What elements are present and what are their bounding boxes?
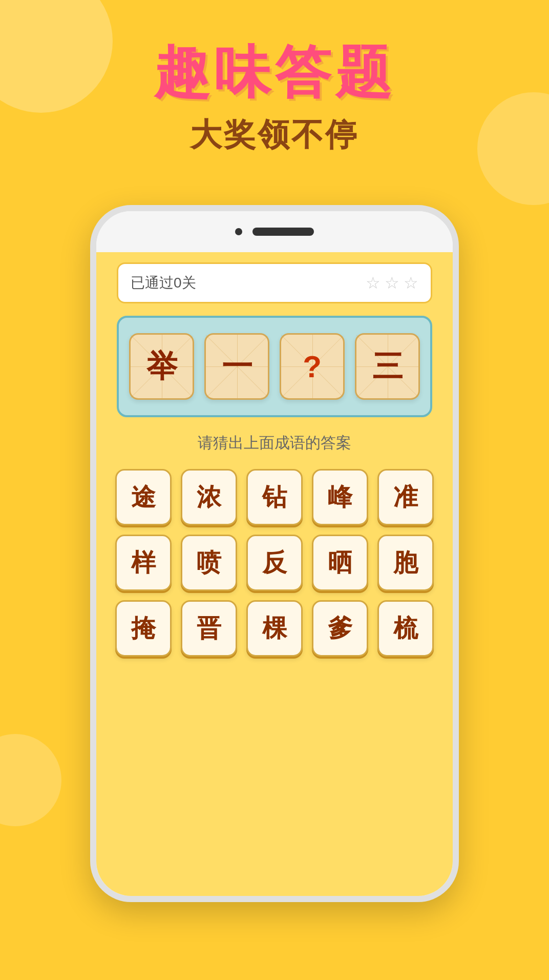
- star-2: ☆: [385, 273, 399, 293]
- btn-char: 途: [131, 481, 156, 514]
- answer-btn-feng[interactable]: 峰: [312, 469, 368, 525]
- btn-char: 浓: [197, 481, 221, 514]
- answer-btn-yan[interactable]: 掩: [115, 600, 172, 657]
- answer-btn-jin[interactable]: 晋: [181, 600, 237, 657]
- char-tile-2: 一: [204, 333, 269, 400]
- answer-btn-zuan[interactable]: 钻: [246, 469, 303, 525]
- answer-btn-fan[interactable]: 反: [246, 535, 303, 591]
- btn-char: 喷: [197, 546, 221, 579]
- answer-btn-shu[interactable]: 梳: [377, 600, 434, 657]
- main-title: 趣味答题: [0, 41, 549, 103]
- answer-btn-tu[interactable]: 途: [115, 469, 172, 525]
- answer-btn-nong[interactable]: 浓: [181, 469, 237, 525]
- header-section: 趣味答题 大奖领不停: [0, 41, 549, 156]
- star-1: ☆: [366, 273, 381, 293]
- answer-btn-yang[interactable]: 样: [115, 535, 172, 591]
- char-tile-1: 举: [129, 333, 194, 400]
- hint-text: 请猜出上面成语的答案: [198, 433, 351, 454]
- answer-grid: 途 浓 钻 峰 准 样: [117, 469, 432, 657]
- answer-row-3: 掩 晋 棵 爹 梳: [115, 600, 434, 657]
- btn-char: 爹: [328, 612, 352, 645]
- phone-content: 已通过0关 ☆ ☆ ☆ 举 一 ? 三: [96, 252, 453, 896]
- btn-char: 晒: [328, 546, 352, 579]
- progress-container: 已通过0关 ☆ ☆ ☆: [117, 262, 432, 303]
- phone-mockup: 已通过0关 ☆ ☆ ☆ 举 一 ? 三: [90, 205, 459, 902]
- bg-circle-bottomleft: [0, 734, 61, 826]
- progress-text: 已通过0关: [131, 273, 196, 293]
- phone-top-bar: [96, 211, 453, 252]
- char-4-text: 三: [372, 346, 403, 387]
- answer-row-1: 途 浓 钻 峰 准: [115, 469, 434, 525]
- answer-btn-pen[interactable]: 喷: [181, 535, 237, 591]
- char-tile-4: 三: [355, 333, 420, 400]
- char-1-text: 举: [146, 346, 177, 387]
- answer-btn-shai[interactable]: 晒: [312, 535, 368, 591]
- char-2-text: 一: [222, 346, 252, 387]
- answer-btn-die[interactable]: 爹: [312, 600, 368, 657]
- btn-char: 反: [262, 546, 287, 579]
- btn-char: 峰: [328, 481, 352, 514]
- btn-char: 胞: [393, 546, 418, 579]
- sub-title: 大奖领不停: [0, 113, 549, 156]
- character-display: 举 一 ? 三: [117, 316, 432, 417]
- speaker-bar: [252, 228, 314, 236]
- char-tile-3-question: ?: [280, 333, 345, 400]
- btn-char: 晋: [197, 612, 221, 645]
- answer-btn-zhun[interactable]: 准: [377, 469, 434, 525]
- char-3-text: ?: [303, 349, 322, 384]
- answer-btn-ke[interactable]: 棵: [246, 600, 303, 657]
- btn-char: 钻: [262, 481, 287, 514]
- star-3: ☆: [404, 273, 418, 293]
- btn-char: 梳: [393, 612, 418, 645]
- camera-dot: [235, 228, 242, 235]
- answer-btn-pao[interactable]: 胞: [377, 535, 434, 591]
- btn-char: 掩: [131, 612, 156, 645]
- btn-char: 棵: [262, 612, 287, 645]
- stars-container: ☆ ☆ ☆: [366, 273, 418, 293]
- btn-char: 准: [393, 481, 418, 514]
- btn-char: 样: [131, 546, 156, 579]
- answer-row-2: 样 喷 反 晒 胞: [115, 535, 434, 591]
